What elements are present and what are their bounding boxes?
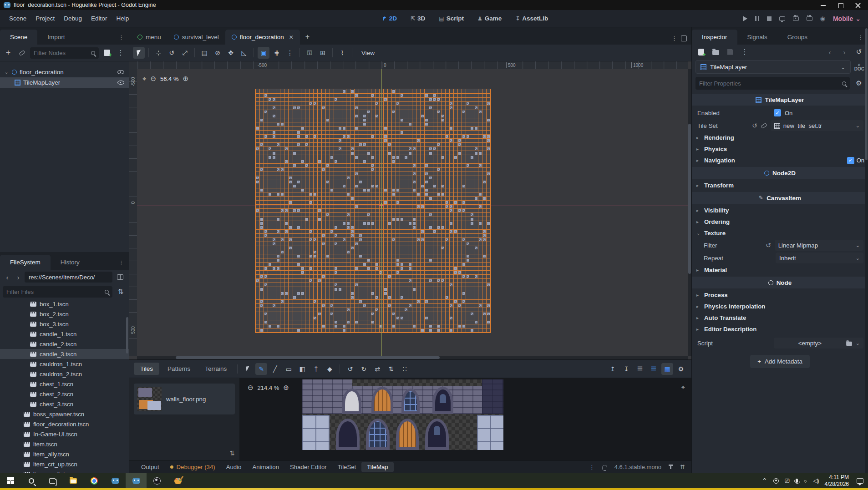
visibility-eye-icon[interactable]: [117, 81, 124, 85]
load-script-icon[interactable]: [846, 342, 852, 346]
split-view-icon[interactable]: [117, 274, 123, 280]
random-tile-button[interactable]: [399, 363, 411, 375]
tile-select-tool[interactable]: [242, 363, 254, 375]
link-icon[interactable]: [761, 122, 767, 128]
expand-bottom-panel-icon[interactable]: [680, 464, 685, 470]
save-resource-button[interactable]: [725, 46, 736, 57]
instance-scene-button[interactable]: [16, 47, 27, 58]
file-row[interactable]: chest_2.tscn: [0, 389, 129, 399]
deselect-button[interactable]: [212, 47, 223, 59]
tab-history[interactable]: History: [51, 255, 90, 270]
inspector-scrollbar-thumb[interactable]: [865, 28, 868, 160]
tile-bucket-tool[interactable]: [296, 363, 308, 375]
canvas[interactable]: 56.4 %: [137, 69, 688, 356]
zoom-out-button[interactable]: [150, 75, 156, 83]
minimize-button[interactable]: [821, 2, 826, 8]
select-tool-button[interactable]: [133, 47, 145, 59]
bottom-tab-animation[interactable]: Animation: [247, 462, 284, 472]
file-row[interactable]: item.tscn: [0, 439, 129, 449]
load-resource-button[interactable]: [710, 46, 721, 57]
texture-filter-dropdown[interactable]: Linear Mipmap: [775, 240, 863, 251]
group-physics[interactable]: Physics: [692, 143, 868, 155]
snap-options-button[interactable]: [284, 47, 296, 59]
file-row[interactable]: chest_3.tscn: [0, 399, 129, 409]
workspace-game[interactable]: Game: [474, 13, 505, 24]
movie-maker-button[interactable]: [820, 15, 825, 22]
close-tab-icon[interactable]: [289, 34, 294, 40]
engine-version[interactable]: 4.6.1.stable.mono: [614, 464, 661, 470]
taskbar-clock[interactable]: 4:11 PM 4/28/2026: [825, 474, 849, 488]
flip-vertical-button[interactable]: [385, 363, 397, 375]
menu-debug[interactable]: Debug: [59, 12, 86, 25]
tray-overflow-chevron[interactable]: [762, 477, 768, 485]
tab-groups[interactable]: Groups: [777, 30, 817, 45]
atlas-zoom-out-button[interactable]: [248, 384, 254, 392]
obs-button[interactable]: [147, 473, 168, 488]
run-target-dropdown[interactable]: Mobile: [833, 15, 861, 22]
tile-options-icon[interactable]: [675, 363, 687, 375]
tab-scene[interactable]: Scene: [0, 30, 37, 45]
menu-project[interactable]: Project: [31, 12, 59, 25]
workspace-script[interactable]: Script: [435, 13, 467, 24]
list-select-button[interactable]: [198, 47, 210, 59]
grid-snap-button[interactable]: [271, 47, 283, 59]
microphone-tray-icon[interactable]: [796, 479, 798, 483]
menu-scene[interactable]: Scene: [5, 12, 31, 25]
remote-debug-button[interactable]: [779, 16, 785, 21]
group-node-button[interactable]: [317, 47, 329, 59]
tab-inspector[interactable]: Inspector: [692, 30, 737, 45]
history-back-icon[interactable]: [824, 46, 835, 57]
sources-compact-view-icon[interactable]: [648, 363, 660, 375]
file-row[interactable]: box_1.tscn: [0, 299, 129, 309]
play-scene-button[interactable]: [793, 16, 799, 21]
property-options-icon[interactable]: [853, 78, 864, 89]
skeleton-options-button[interactable]: [336, 47, 348, 59]
ruler-tool-button[interactable]: [238, 47, 250, 59]
navigation-checkbox[interactable]: [847, 157, 854, 164]
stop-button[interactable]: [767, 16, 772, 21]
flip-horizontal-button[interactable]: [371, 363, 383, 375]
godot-editor-taskbar-button[interactable]: [126, 473, 147, 488]
bottom-tab-tileset[interactable]: TileSet: [332, 462, 362, 472]
scene-tab-floor-decoration[interactable]: floor_decoration: [225, 30, 300, 45]
lock-node-button[interactable]: [304, 47, 315, 59]
filter-nodes-input[interactable]: [34, 50, 88, 56]
volume-tray-icon[interactable]: [813, 477, 818, 484]
group-texture[interactable]: Texture: [692, 227, 868, 239]
script-field[interactable]: <empty>: [774, 338, 863, 349]
godot-launcher-button[interactable]: [105, 473, 126, 488]
center-view-icon[interactable]: [142, 75, 146, 83]
history-list-icon[interactable]: [853, 46, 864, 57]
bottom-tab-debugger[interactable]: Debugger (34): [165, 462, 221, 472]
atlas-zoom-in-button[interactable]: [283, 384, 289, 392]
rotate-tool-button[interactable]: [166, 47, 178, 59]
reset-property-icon[interactable]: [766, 242, 771, 249]
sources-list-view-icon[interactable]: [634, 363, 646, 375]
group-ordering[interactable]: Ordering: [692, 216, 868, 227]
file-row[interactable]: item_ally.tscn: [0, 449, 129, 459]
file-row[interactable]: boss_spawner.tscn: [0, 409, 129, 419]
group-editor-description[interactable]: Editor Description: [692, 323, 868, 335]
file-row[interactable]: candle_1.tscn: [0, 329, 129, 339]
tilemap-grid[interactable]: [255, 89, 491, 333]
tab-filesystem[interactable]: FileSystem: [0, 255, 51, 270]
cast-tray-icon[interactable]: [785, 477, 789, 485]
tab-list-menu-icon[interactable]: [671, 35, 677, 42]
expand-viewport-icon[interactable]: [681, 35, 687, 41]
filter-files-input[interactable]: [6, 288, 102, 295]
view-menu-button[interactable]: View: [356, 48, 380, 58]
file-row[interactable]: In-Game-UI.tscn: [0, 429, 129, 439]
bottom-tab-tilemap[interactable]: TileMap: [361, 462, 393, 472]
wifi-tray-icon[interactable]: [804, 477, 807, 485]
file-row[interactable]: floor_decoration.tscn: [0, 419, 129, 429]
paint-app-button[interactable]: [168, 473, 188, 488]
play-button[interactable]: [743, 16, 747, 21]
rotate-left-button[interactable]: [344, 363, 356, 375]
workspace-assetlib[interactable]: AssetLib: [512, 13, 552, 24]
scale-tool-button[interactable]: [179, 47, 191, 59]
vscrollbar-thumb[interactable]: [688, 124, 691, 274]
file-row[interactable]: candle_2.tscn: [0, 339, 129, 349]
group-transform[interactable]: Transform: [692, 180, 868, 191]
file-row[interactable]: item_crt_up.tscn: [0, 459, 129, 469]
notification-bell-icon[interactable]: [602, 465, 607, 470]
